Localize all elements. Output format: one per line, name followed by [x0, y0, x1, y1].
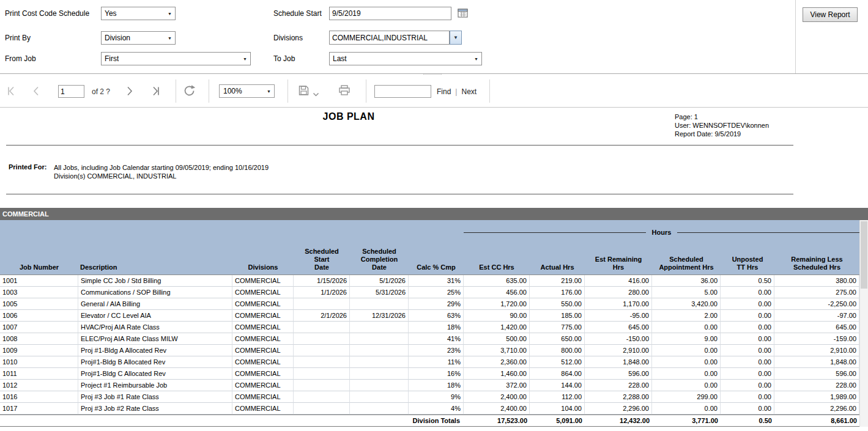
total-cell: 3,771.00: [652, 417, 721, 424]
table-cell: 63%: [409, 310, 464, 322]
table-cell: 0.50: [721, 275, 774, 287]
divisions-input[interactable]: [329, 31, 450, 45]
table-cell: Communications / SOP Billing: [78, 287, 232, 298]
total-cell: 17,523.00: [464, 417, 530, 424]
table-cell: 2,910.00: [774, 345, 859, 356]
report-viewer-app: Print Cost Code Schedule Yes ▼ Schedule …: [0, 0, 868, 431]
report-title: JOB PLAN: [275, 111, 422, 122]
table-cell: 635.00: [464, 275, 530, 287]
table-cell: 0.00: [721, 345, 774, 356]
first-page-button[interactable]: [5, 86, 17, 99]
table-cell: 31%: [409, 275, 464, 287]
table-cell: 3,420.00: [652, 298, 721, 310]
table-cell: [294, 356, 350, 368]
table-cell: [294, 380, 350, 391]
next-link[interactable]: Next: [461, 87, 477, 96]
table-cell: 2,400.00: [464, 403, 530, 414]
table-cell: 23%: [409, 345, 464, 356]
table-cell: 0.00: [721, 322, 774, 333]
table-cell: COMMERCIAL: [232, 345, 294, 356]
print-icon[interactable]: [338, 85, 351, 98]
find-text-input[interactable]: [374, 85, 431, 98]
table-cell: 41%: [409, 333, 464, 345]
to-job-select[interactable]: Last ▼: [329, 52, 482, 65]
column-header: Actual Hrs: [530, 263, 585, 271]
table-cell: [350, 345, 409, 356]
table-cell: 1008: [0, 333, 78, 345]
table-cell: COMMERCIAL: [232, 298, 294, 310]
table-cell: [294, 391, 350, 403]
schedule-start-input[interactable]: [329, 7, 451, 20]
zoom-select[interactable]: 100% ▼: [219, 84, 275, 98]
view-report-button[interactable]: View Report: [803, 7, 858, 22]
table-cell: HVAC/Proj AIA Rate Class: [78, 322, 232, 333]
vertical-scrollbar[interactable]: [859, 220, 868, 427]
to-job-label: To Job: [273, 54, 295, 63]
user-label: User: WENNSOFTDEV\konnen: [675, 121, 769, 130]
table-cell: 1,848.00: [585, 356, 652, 368]
table-cell: 104.00: [530, 403, 585, 414]
table-row: 1009Proj #1-Bldg A Allocated RevCOMMERCI…: [0, 345, 859, 356]
find-next-divider: |: [455, 87, 457, 96]
table-cell: -159.00: [774, 333, 859, 345]
column-header: Scheduled Appointment Hrs: [652, 256, 721, 271]
table-cell: 0.00: [652, 322, 721, 333]
totals-row: Division Totals 17,523.005,091.0012,432.…: [0, 414, 859, 427]
table-cell: Proj#1-Bldg C Allocated Rev: [78, 368, 232, 380]
table-cell: 1006: [0, 310, 78, 322]
totals-values: 17,523.005,091.0012,432.003,771.000.508,…: [464, 417, 859, 424]
export-save-icon[interactable]: [298, 85, 310, 98]
column-header: Scheduled Completion Date: [350, 248, 409, 271]
column-header: Est Remaining Hrs: [585, 256, 652, 271]
table-cell: 5/31/2026: [350, 287, 409, 298]
last-page-button[interactable]: [150, 86, 162, 99]
page-number-input[interactable]: [58, 85, 84, 98]
export-dropdown-chevron-icon[interactable]: [313, 89, 319, 100]
table-cell: 0.00: [721, 287, 774, 298]
from-job-select[interactable]: First ▼: [101, 52, 251, 65]
division-section-header: COMMERCIAL: [0, 208, 868, 220]
table-cell: 1011: [0, 368, 78, 380]
table-cell: 0.00: [721, 380, 774, 391]
toolbar-separator: [287, 79, 288, 103]
table-cell: 2/1/2026: [294, 310, 350, 322]
table-cell: Proj #3 Job #1 Rate Class: [78, 391, 232, 403]
table-cell: 2,296.00: [585, 403, 652, 414]
table-cell: 372.00: [464, 380, 530, 391]
scrollbar-thumb[interactable]: [861, 221, 867, 289]
table-row: 1011Proj#1-Bldg C Allocated RevCOMMERCIA…: [0, 368, 859, 380]
find-link[interactable]: Find: [437, 87, 451, 96]
column-header: Divisions: [232, 263, 294, 271]
table-cell: 228.00: [585, 380, 652, 391]
table-cell: 1,848.00: [774, 356, 859, 368]
page-count-label: of 2 ?: [92, 87, 110, 96]
refresh-icon[interactable]: [183, 84, 196, 100]
table-cell: Project #1 Reimbursable Job: [78, 380, 232, 391]
table-cell: 9.00: [652, 333, 721, 345]
divisions-dropdown-button[interactable]: ▼: [450, 31, 462, 45]
table-cell: [350, 322, 409, 333]
chevron-down-icon: ▼: [243, 57, 247, 61]
zoom-value: 100%: [223, 87, 242, 95]
table-cell: 0.00: [721, 391, 774, 403]
table-row: 1016Proj #3 Job #1 Rate ClassCOMMERCIAL9…: [0, 391, 859, 403]
horizontal-rule: [6, 145, 793, 146]
print-cost-code-schedule-select[interactable]: Yes ▼: [101, 7, 176, 20]
table-cell: 512.00: [530, 356, 585, 368]
job-table: Hours Job NumberDescriptionDivisionsSche…: [0, 220, 859, 427]
report-viewport: JOB PLAN Page: 1 User: WENNSOFTDEV\konne…: [0, 108, 868, 431]
table-cell: [294, 298, 350, 310]
table-cell: 2,288.00: [585, 391, 652, 403]
printed-for-line1: All Jobs, including Job Calendar startin…: [54, 163, 269, 172]
previous-page-button[interactable]: [31, 86, 42, 99]
table-cell: [350, 403, 409, 414]
table-cell: 0.00: [721, 333, 774, 345]
table-cell: 1003: [0, 287, 78, 298]
next-page-button[interactable]: [124, 86, 135, 99]
table-cell: 1/15/2026: [294, 275, 350, 287]
table-cell: COMMERCIAL: [232, 322, 294, 333]
table-cell: 550.00: [530, 298, 585, 310]
chevron-down-icon: ▼: [168, 36, 172, 40]
print-by-select[interactable]: Division ▼: [101, 31, 176, 45]
calendar-icon[interactable]: [458, 8, 468, 20]
